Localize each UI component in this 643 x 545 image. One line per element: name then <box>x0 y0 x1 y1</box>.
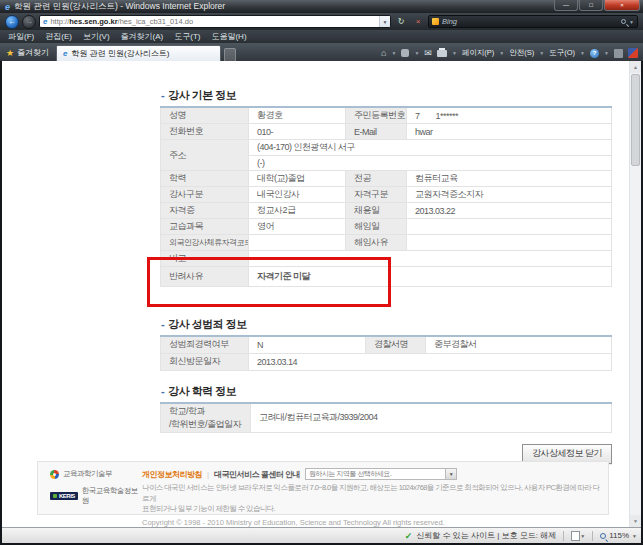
page-dropdown-icon[interactable]: ▼ <box>499 50 504 56</box>
footer-divider: | <box>207 470 209 479</box>
addon-icon[interactable] <box>614 49 623 58</box>
instructor-detail-form: -강사 기본 정보 성명 황경호 주민등록번호 7 1****** 전화번호 0… <box>160 88 612 464</box>
menu-bar: 파일(F) 편집(E) 보기(V) 즐겨찾기(A) 도구(T) 도움말(H) <box>0 30 643 43</box>
url-text: http://hes.sen.go.kr/hes_ica_cb31_014.do <box>50 17 193 26</box>
help-icon[interactable]: ? <box>590 49 599 58</box>
print-dropdown-icon[interactable]: ▼ <box>452 50 457 56</box>
school-value: 고려대/컴퓨터교육과/3939/2004 <box>251 403 612 433</box>
crime-info-table: 성범죄경력여부 N 경찰서명 중부경찰서 회신방문일자 2013.03.14 <box>160 335 612 371</box>
menu-tools[interactable]: 도구(T) <box>174 31 200 42</box>
subject-value: 영어 <box>249 219 346 235</box>
reject-reason-label: 반려사유 <box>161 267 249 287</box>
email-value: hwar <box>407 124 612 140</box>
safety-menu[interactable]: 안전(S) <box>509 48 534 58</box>
addon-colored-icon[interactable] <box>628 48 638 58</box>
command-bar: ⌂ ▼ ▼ ✉ ▼ 페이지(P) ▼ 안전(S) ▼ 도구(O) ▼ ? ▼ <box>381 48 643 61</box>
major-label: 전공 <box>346 171 407 187</box>
zoom-dropdown-icon[interactable]: ▼ <box>632 533 637 539</box>
close-button[interactable]: × <box>604 0 640 11</box>
zoom-control[interactable]: 115% ▼ <box>600 531 637 540</box>
police-station-value: 중부경찰서 <box>426 336 612 353</box>
feed-dropdown-icon[interactable]: ▼ <box>414 50 419 56</box>
scroll-up-icon[interactable]: ▲ <box>630 61 641 73</box>
license-label: 자격증 <box>161 203 249 219</box>
address-line2-value: (-) <box>249 156 612 171</box>
address-bar[interactable]: e http://hes.sen.go.kr/hes_ica_cb31_014.… <box>39 15 391 28</box>
tab-active[interactable]: e 학원 관련 민원(강사리스트) <box>56 45 221 61</box>
compatibility-page-icon[interactable] <box>571 531 580 541</box>
address-line1-value: (404-170) 인천광역시 서구 <box>249 140 612 156</box>
hire-date-value: 2013.03.22 <box>407 203 612 219</box>
security-status-text: 신뢰할 수 있는 사이트 | 보호 모드: 해제 <box>416 530 556 541</box>
page-viewport: -강사 기본 정보 성명 황경호 주민등록번호 7 1****** 전화번호 0… <box>2 61 641 527</box>
phone-label: 전화번호 <box>161 124 249 140</box>
major-value: 컴퓨터교육 <box>407 171 612 187</box>
print-icon[interactable] <box>437 50 447 57</box>
title-bar: e 학원 관련 민원(강사리스트) - Windows Internet Exp… <box>0 0 643 13</box>
mail-icon[interactable]: ✉ <box>424 48 432 58</box>
stop-button[interactable]: × <box>411 15 425 28</box>
scrollbar-thumb[interactable] <box>631 74 640 166</box>
keris-logo: KERIS 한국교육학술정보원 <box>50 486 142 506</box>
education-level-label: 학력 <box>161 171 249 187</box>
crime-record-value: N <box>249 336 366 353</box>
minimize-button[interactable]: — <box>554 0 578 11</box>
privacy-policy-link[interactable]: 개인정보처리방침 <box>142 469 202 480</box>
menu-favorites[interactable]: 즐겨찾기(A) <box>121 31 164 42</box>
qualification-type-value: 교원자격증소지자 <box>407 187 612 203</box>
star-icon: ★ <box>6 48 14 58</box>
tabs-bar: ★ 즐겨찾기 e 학원 관련 민원(강사리스트) ⌂ ▼ ▼ ✉ ▼ 페이지(P… <box>0 43 643 61</box>
menu-view[interactable]: 보기(V) <box>83 31 110 42</box>
dismissal-reason-label: 해임사유 <box>346 235 407 251</box>
tab-favicon: e <box>63 49 67 58</box>
reply-date-label: 회신방문일자 <box>161 353 249 370</box>
zoom-icon <box>600 533 606 539</box>
home-icon[interactable]: ⌂ <box>381 48 386 58</box>
feed-icon[interactable] <box>401 49 409 57</box>
ministry-logo-icon <box>50 470 59 479</box>
instructor-type-value: 내국인강사 <box>249 187 346 203</box>
section-title-academic-info: -강사 학력 정보 <box>161 384 612 399</box>
status-dropdown-icon[interactable]: ▼ <box>580 533 585 539</box>
menu-edit[interactable]: 편집(E) <box>45 31 72 42</box>
maximize-button[interactable]: □ <box>579 0 603 11</box>
crime-record-label: 성범죄경력여부 <box>161 336 249 353</box>
search-icon[interactable] <box>621 19 626 24</box>
region-select[interactable]: 원하시는 지역을 선택하세요. ▼ <box>305 468 457 480</box>
name-value: 황경호 <box>249 107 346 124</box>
ie-page-icon: e <box>43 17 47 26</box>
section-title-basic-info: -강사 기본 정보 <box>161 88 612 103</box>
qualification-type-label: 자격구분 <box>346 187 407 203</box>
school-label: 학교/학과 /학위번호/졸업일자 <box>161 403 251 433</box>
help-dropdown-icon[interactable]: ▼ <box>604 50 609 56</box>
window-title: 학원 관련 민원(강사리스트) - Windows Internet Explo… <box>14 1 225 13</box>
safety-dropdown-icon[interactable]: ▼ <box>539 50 544 56</box>
page-menu[interactable]: 페이지(P) <box>462 48 495 58</box>
forward-button[interactable]: → <box>22 15 36 29</box>
callcenter-label: 대국민서비스 콜센터 안내 <box>214 469 300 480</box>
education-level-value: 대학(교)졸업 <box>249 171 346 187</box>
tools-menu[interactable]: 도구(O) <box>549 48 575 58</box>
tools-dropdown-icon[interactable]: ▼ <box>580 50 585 56</box>
search-dropdown-icon[interactable]: ▼ <box>629 19 634 25</box>
vertical-scrollbar[interactable]: ▲ ▼ <box>629 61 641 527</box>
region-select-dropdown-icon: ▼ <box>445 469 456 479</box>
home-dropdown-icon[interactable]: ▼ <box>391 50 396 56</box>
section-dash-icon: - <box>161 318 164 330</box>
menu-help[interactable]: 도움말(H) <box>211 31 246 42</box>
back-button[interactable]: ← <box>5 15 19 29</box>
name-label: 성명 <box>161 107 249 124</box>
search-box[interactable]: Bing ▼ <box>428 15 638 28</box>
favorites-button[interactable]: ★ 즐겨찾기 <box>0 47 56 61</box>
browser-notice: 나이스 대국민 서비스는 인터넷 브라우저로 익스플로러 7.0~8.0을 지원… <box>142 483 600 515</box>
menu-file[interactable]: 파일(F) <box>8 31 34 42</box>
search-engine-label: Bing <box>442 17 618 26</box>
scroll-down-icon[interactable]: ▼ <box>630 515 641 527</box>
police-station-label: 경찰서명 <box>366 336 426 353</box>
basic-info-table: 성명 황경호 주민등록번호 7 1****** 전화번호 010- E-Mail… <box>160 106 612 287</box>
new-tab-button[interactable] <box>224 48 236 61</box>
ie-favicon: e <box>5 2 10 12</box>
refresh-button[interactable]: ↻ <box>394 15 408 28</box>
reply-date-value: 2013.03.14 <box>249 353 612 370</box>
address-dropdown-icon[interactable]: ▼ <box>379 16 390 27</box>
